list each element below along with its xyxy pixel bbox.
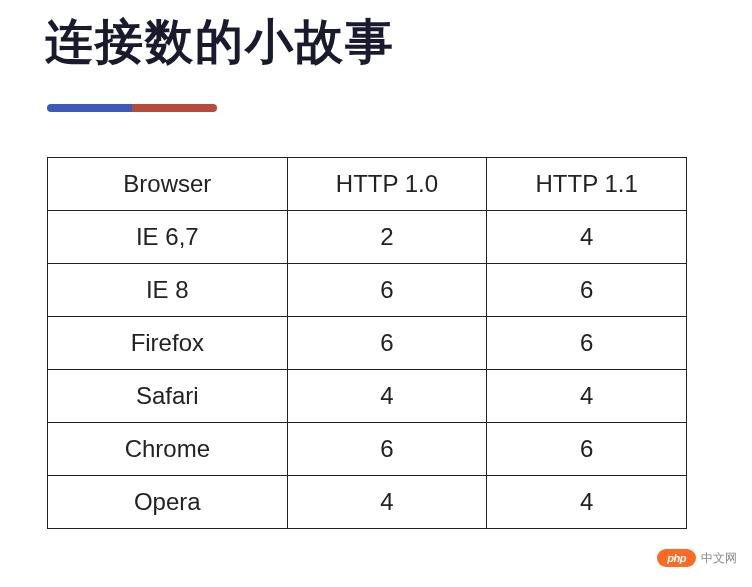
- cell-http10: 6: [287, 423, 487, 476]
- table-row: IE 8 6 6: [48, 264, 687, 317]
- cell-browser: IE 6,7: [48, 211, 288, 264]
- cell-http10: 6: [287, 264, 487, 317]
- cell-http10: 2: [287, 211, 487, 264]
- cell-http11: 4: [487, 211, 687, 264]
- cell-http11: 6: [487, 264, 687, 317]
- table-row: Firefox 6 6: [48, 317, 687, 370]
- cell-browser: Opera: [48, 476, 288, 529]
- connection-table: Browser HTTP 1.0 HTTP 1.1 IE 6,7 2 4 IE …: [47, 157, 687, 529]
- cell-http10: 6: [287, 317, 487, 370]
- table-header-row: Browser HTTP 1.0 HTTP 1.1: [48, 158, 687, 211]
- watermark: php 中文网: [657, 549, 737, 567]
- header-http10: HTTP 1.0: [287, 158, 487, 211]
- table-row: IE 6,7 2 4: [48, 211, 687, 264]
- decorator-blue: [47, 104, 132, 112]
- cell-http10: 4: [287, 476, 487, 529]
- cell-browser: Safari: [48, 370, 288, 423]
- watermark-text: 中文网: [701, 550, 737, 567]
- table-row: Opera 4 4: [48, 476, 687, 529]
- title-decorator: [47, 104, 722, 112]
- cell-browser: Firefox: [48, 317, 288, 370]
- cell-browser: IE 8: [48, 264, 288, 317]
- table-row: Safari 4 4: [48, 370, 687, 423]
- cell-http10: 4: [287, 370, 487, 423]
- table-row: Chrome 6 6: [48, 423, 687, 476]
- cell-http11: 4: [487, 370, 687, 423]
- cell-http11: 6: [487, 423, 687, 476]
- cell-browser: Chrome: [48, 423, 288, 476]
- header-http11: HTTP 1.1: [487, 158, 687, 211]
- watermark-badge: php: [657, 549, 696, 567]
- cell-http11: 4: [487, 476, 687, 529]
- page-title: 连接数的小故事: [45, 10, 722, 74]
- decorator-red: [132, 104, 217, 112]
- header-browser: Browser: [48, 158, 288, 211]
- cell-http11: 6: [487, 317, 687, 370]
